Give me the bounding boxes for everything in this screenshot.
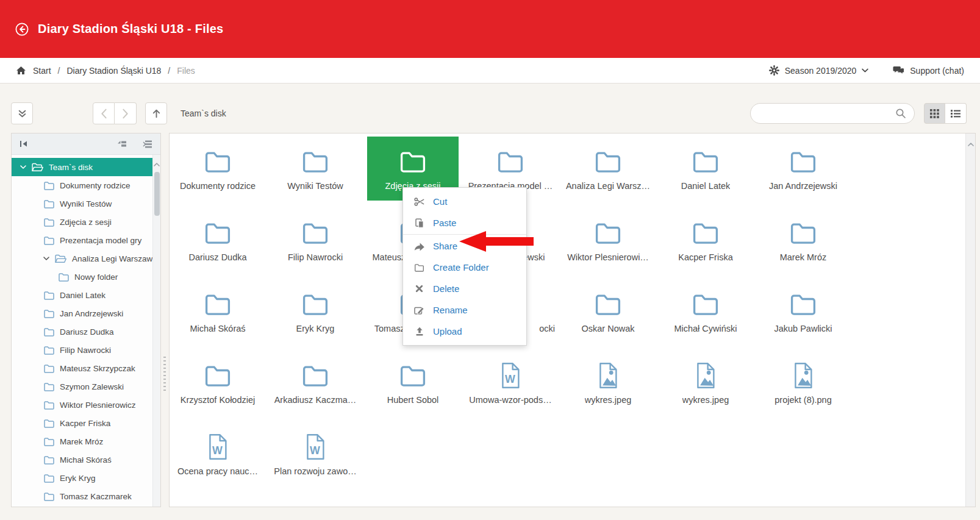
chevron-down-icon[interactable] [20,165,26,169]
tree-item-filip-nawrocki[interactable]: Filip Nawrocki [12,341,152,359]
expand-all-icon[interactable] [143,140,152,148]
file-tile-dariusz-dudka[interactable]: Dariusz Dudka [172,208,263,272]
file-tile-hubert-sobol[interactable]: Hubert Sobol [367,351,459,415]
collapse-all-icon[interactable] [117,140,127,148]
context-menu-item-delete[interactable]: Delete [403,278,526,299]
context-menu-item-label: Paste [433,218,456,228]
file-tile-jan-andrzejewski[interactable]: Jan Andrzejewski [757,137,849,201]
folder-icon [43,455,55,465]
tree-item-analiza-legi-warszawa[interactable]: Analiza Legi Warszawa [12,249,152,268]
tree-item-label: Team`s disk [49,163,93,172]
folder-icon [43,492,55,501]
file-tile-umowa-wzor-pods[interactable]: WUmowa-wzor-pods… [465,351,556,415]
tree-item-daniel-latek[interactable]: Daniel Latek [12,286,152,304]
current-location-label: Team`s disk [181,102,226,124]
file-tile-wiktor-plesnierowi[interactable]: Wiktor Plesnierowi… [562,208,654,272]
tree-item-kacper-friska[interactable]: Kacper Friska [12,414,152,432]
tree-item-dariusz-dudka[interactable]: Dariusz Dudka [12,322,152,341]
file-tile-jakub-pawlicki[interactable]: Jakub Pawlicki [757,279,849,343]
tree-item-label: Eryk Kryg [60,474,96,483]
folder-icon [43,236,55,245]
file-tile-ocena-pracy-nauc[interactable]: WOcena pracy nauc… [172,422,263,486]
file-tile-arkadiusz-kaczma[interactable]: Arkadiusz Kaczma… [270,351,361,415]
season-selector[interactable]: Season 2019/2020 [769,65,869,76]
folder-icon [692,144,720,179]
tree-item-team-s-disk[interactable]: Team`s disk [12,158,152,176]
collapse-sidebar-icon[interactable] [20,140,28,148]
file-tile-oskar-nowak[interactable]: Oskar Nowak [562,279,654,343]
file-tile-label: Wyniki Testów [287,181,343,191]
search-input[interactable] [759,108,895,119]
back-nav-button[interactable] [93,102,115,124]
tree-item-jan-andrzejewski[interactable]: Jan Andrzejewski [12,304,152,322]
context-menu: CutPasteShareCreate FolderDeleteRenameUp… [402,187,527,346]
forward-nav-button[interactable] [115,102,137,124]
folder-icon [43,309,55,318]
tree-item-label: Kacper Friska [60,419,110,428]
file-tile-micha-sk-ra[interactable]: Michał Skóraś [172,279,263,343]
file-tile-micha-cywi-ski[interactable]: Michał Cywiński [660,279,751,343]
file-tile-analiza-legi-warsz[interactable]: Analiza Legi Warsz… [562,137,654,201]
panel-splitter[interactable] [163,357,166,392]
context-menu-item-create-folder[interactable]: Create Folder [403,257,526,278]
folder-icon [204,144,232,179]
tree-item-nowy-folder[interactable]: Nowy folder [12,268,152,286]
tree-item-wiktor-plesnierowicz[interactable]: Wiktor Plesnierowicz [12,396,152,414]
annotation-arrow [459,230,534,255]
tree-item-label: Mateusz Skrzypczak [60,364,135,373]
up-folder-button[interactable] [145,102,167,124]
folder-icon [43,181,55,190]
file-tile-kacper-friska[interactable]: Kacper Friska [660,208,751,272]
context-menu-item-cut[interactable]: Cut [403,191,526,212]
home-icon[interactable] [16,66,26,75]
breadcrumb-separator: / [168,66,170,76]
tree-item-prezentacja-model-gry[interactable]: Prezentacja model gry [12,231,152,249]
back-icon[interactable] [15,22,29,37]
file-tile-dokumenty-rodzice[interactable]: Dokumenty rodzice [172,137,263,201]
file-panel: Dokumenty rodziceWyniki TestówZdjęcia z … [169,133,976,507]
context-menu-item-label: Upload [433,326,462,337]
folder-icon [43,291,55,300]
file-tile-label: Filip Nawrocki [288,252,343,262]
tree-item-dokumenty-rodzice[interactable]: Dokumenty rodzice [12,176,152,194]
file-tile-daniel-latek[interactable]: Daniel Latek [660,137,751,201]
scrollbar-thumb[interactable] [154,172,160,216]
tree-item-marek-mr-z[interactable]: Marek Mróz [12,432,152,451]
file-tile-wykres-jpeg[interactable]: wykres.jpeg [562,351,654,415]
file-tile-wykres-jpeg[interactable]: wykres.jpeg [660,351,751,415]
folder-icon [594,144,622,179]
tree-item-mateusz-skrzypczak[interactable]: Mateusz Skrzypczak [12,359,152,377]
file-tile-krzysztof-ko-odziej[interactable]: Krzysztof Kołodziej [172,351,263,415]
tree-item-szymon-zalewski[interactable]: Szymon Zalewski [12,377,152,396]
tree-item-eryk-kryg[interactable]: Eryk Kryg [12,469,152,487]
search-icon[interactable] [895,108,906,119]
grid-view-button[interactable] [924,103,945,124]
collapse-rows-icon [18,109,27,118]
file-tile-plan-rozwoju-zawo[interactable]: WPlan rozwoju zawo… [270,422,361,486]
scroll-up-icon[interactable] [154,158,160,169]
tree-item-tomasz-kaczmarek[interactable]: Tomasz Kaczmarek [12,487,152,505]
list-view-icon [951,109,960,118]
files-scrollbar[interactable] [965,134,975,507]
list-view-button[interactable] [945,103,967,124]
file-tile-projekt-8-png[interactable]: projekt (8).png [757,351,849,415]
tree-item-zdj-cia-z-sesji[interactable]: Zdjęcia z sesji [12,213,152,231]
folder-icon [43,327,55,337]
file-tile-eryk-kryg[interactable]: Eryk Kryg [270,279,361,343]
scroll-up-icon[interactable] [968,138,974,507]
sidebar-scrollbar[interactable] [152,155,160,507]
file-tile-marek-mr-z[interactable]: Marek Mróz [757,208,849,272]
context-menu-item-upload[interactable]: Upload [403,321,526,342]
collapse-rows-button[interactable] [11,102,33,124]
breadcrumb-bar: Start / Diary Stadion Śląski U18 / Files… [0,58,980,84]
tree-item-wyniki-test-w[interactable]: Wyniki Testów [12,194,152,213]
breadcrumb-team[interactable]: Diary Stadion Śląski U18 [66,66,161,76]
tree-item-micha-sk-ra[interactable]: Michał Skóraś [12,451,152,469]
breadcrumb-start[interactable]: Start [33,66,51,76]
chevron-down-icon[interactable] [43,257,49,260]
context-menu-item-rename[interactable]: Rename [403,299,526,321]
folder-icon [43,437,55,446]
file-tile-filip-nawrocki[interactable]: Filip Nawrocki [270,208,361,272]
support-chat-link[interactable]: Support (chat) [893,66,964,76]
file-tile-wyniki-test-w[interactable]: Wyniki Testów [270,137,361,201]
